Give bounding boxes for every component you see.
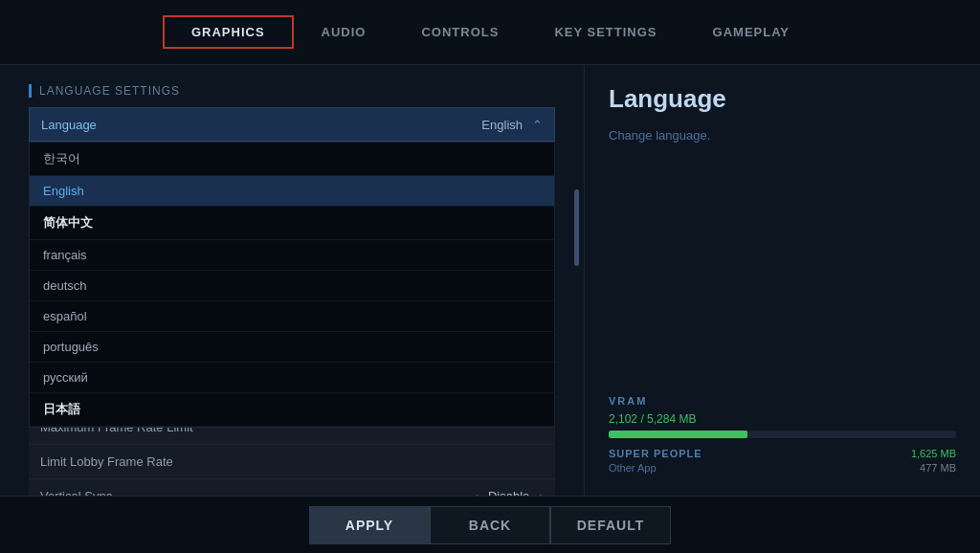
vram-bar-background [609, 431, 956, 438]
settings-panel: Language Settings Language English ⌃ 한국어… [0, 65, 584, 496]
chevron-up-icon: ⌃ [532, 118, 543, 132]
limit-lobby-frame-label: Limit Lobby Frame Rate [40, 454, 544, 469]
tab-key-settings[interactable]: KEY SETTINGS [526, 16, 684, 48]
lang-ko[interactable]: 한국어 [30, 143, 554, 176]
vertical-sync-value: ‹ Disable › [474, 489, 544, 497]
lang-ru[interactable]: русский [30, 363, 554, 393]
scroll-indicator[interactable] [574, 189, 579, 266]
language-selector[interactable]: Language English ⌃ [29, 107, 555, 142]
lang-en[interactable]: English [30, 176, 554, 207]
language-section-label: Language Settings [39, 84, 180, 98]
default-button[interactable]: Default [550, 506, 671, 544]
vram-app-super-people: SUPER PEOPLE 1,625 MB [609, 448, 956, 459]
lang-fr[interactable]: français [30, 240, 554, 271]
vram-values: 2,102 / 5,284 MB [609, 412, 956, 426]
language-label: Language [41, 118, 97, 132]
bottom-bar: Apply Back Default [0, 496, 980, 553]
setting-vertical-sync: Vertical Sync ‹ Disable › [29, 479, 555, 496]
vertical-sync-label: Vertical Sync [40, 489, 474, 496]
tab-controls[interactable]: CONTROLS [393, 16, 526, 48]
vram-app-name-1: Other App [609, 462, 657, 474]
vram-bar-fill [609, 431, 747, 438]
vertical-sync-text: Disable [488, 489, 529, 496]
lang-zh[interactable]: 简体中文 [30, 207, 554, 240]
vram-total: 5,284 [647, 412, 676, 426]
info-description: Change language. [609, 128, 956, 143]
vram-app-size-1: 477 MB [920, 462, 956, 474]
language-selected-value: English [481, 118, 523, 132]
tab-graphics[interactable]: GRAPHICS [163, 15, 294, 49]
lang-pt[interactable]: português [30, 332, 554, 363]
info-panel: Language Change language. VRAM 2,102 / 5… [584, 65, 980, 496]
back-button[interactable]: Back [430, 506, 550, 544]
vram-app-size-0: 1,625 MB [911, 448, 956, 459]
vertical-sync-right-arrow[interactable]: › [539, 489, 544, 497]
language-dropdown-container: Language English ⌃ 한국어 English 简体中文 fran… [29, 107, 555, 142]
vram-app-other: Other App 477 MB [609, 462, 956, 474]
language-section-header: Language Settings [29, 84, 555, 98]
vram-label: VRAM [609, 395, 956, 407]
main-content: Language Settings Language English ⌃ 한국어… [0, 65, 980, 496]
vram-unit: MB [679, 412, 696, 426]
lang-es[interactable]: español [30, 301, 554, 332]
language-dropdown-list: 한국어 English 简体中文 français deutsch españo… [29, 142, 555, 428]
top-navigation: GRAPHICS AUDIO CONTROLS KEY SETTINGS GAM… [0, 0, 980, 65]
vertical-sync-left-arrow[interactable]: ‹ [474, 489, 479, 497]
setting-limit-lobby-frame: Limit Lobby Frame Rate [29, 445, 555, 479]
lang-ja[interactable]: 日本語 [30, 393, 554, 427]
vram-app-name-0: SUPER PEOPLE [609, 448, 702, 459]
lang-de[interactable]: deutsch [30, 271, 554, 301]
tab-audio[interactable]: AUDIO [294, 16, 394, 48]
vram-current: 2,102 [609, 412, 637, 426]
tab-gameplay[interactable]: GAMEPLAY [685, 16, 817, 48]
apply-button[interactable]: Apply [309, 506, 430, 544]
info-title: Language [609, 84, 956, 114]
vram-section: VRAM 2,102 / 5,284 MB SUPER PEOPLE 1,625… [609, 395, 956, 476]
